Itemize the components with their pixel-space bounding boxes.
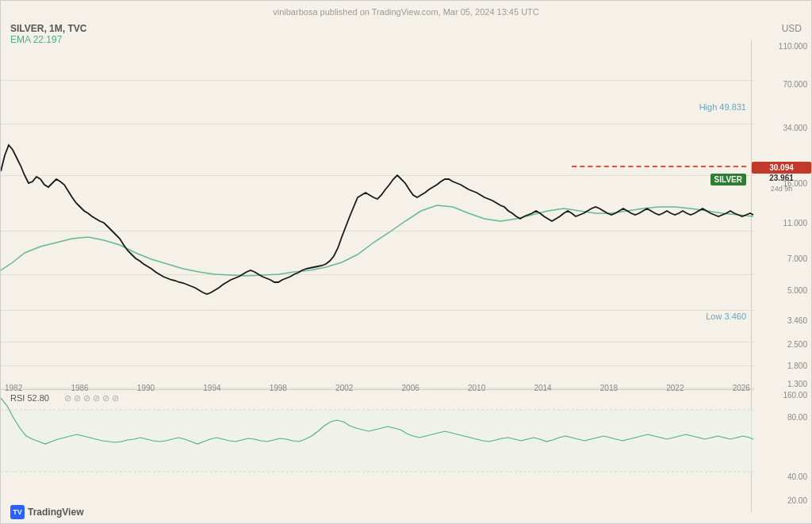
y-label-13: 1.300: [787, 380, 807, 388]
main-chart-area: [1, 40, 754, 397]
chart-container: vinibarbosa published on TradingView.com…: [0, 0, 812, 524]
y-label-25: 2.500: [787, 340, 807, 349]
x-1982: 1982: [5, 384, 22, 392]
x-1986: 1986: [71, 384, 88, 392]
silver-badge: SILVER: [710, 174, 746, 186]
ema-label: EMA 22.197: [10, 34, 86, 45]
svg-rect-0: [1, 410, 754, 472]
y-label-11: 11.000: [783, 219, 807, 228]
y-label-18: 1.800: [787, 361, 807, 370]
x-2014: 2014: [534, 384, 551, 392]
header-info: SILVER, 1M, TVC EMA 22.197: [10, 23, 86, 45]
rsi-label: RSI 52.80: [10, 393, 49, 403]
y-axis-main: 110.000 70.000 34.000 16.000 11.000 7.00…: [752, 40, 811, 397]
low-label: Low 3.460: [706, 312, 746, 321]
tradingview-logo: TV TradingView: [10, 505, 83, 519]
price-line: [1, 145, 753, 294]
x-2026: 2026: [733, 384, 750, 392]
x-2022: 2022: [666, 384, 684, 392]
chart-title: SILVER, 1M, TVC: [10, 23, 86, 34]
red-price-badge: 30.094: [752, 162, 811, 174]
rsi-y-40: 40.00: [787, 472, 807, 481]
x-2010: 2010: [468, 384, 485, 392]
x-2006: 2006: [402, 384, 419, 392]
currency-label: USD: [782, 23, 802, 34]
x-1994: 1994: [203, 384, 220, 392]
main-chart-svg: [1, 40, 754, 397]
x-axis: 1982 1986 1990 1994 1998 2002 2006 2010 …: [1, 382, 754, 394]
rsi-chart-svg: [1, 390, 754, 512]
y-axis-rsi: 160.00 80.00 40.00 20.00: [752, 389, 811, 512]
watermark: vinibarbosa published on TradingView.com…: [1, 7, 811, 17]
y-label-34: 34.000: [783, 124, 807, 132]
y-label-110: 110.000: [779, 42, 807, 51]
high-label: High 49.831: [699, 102, 746, 112]
y-label-5: 5.000: [787, 286, 807, 295]
rsi-y-80: 80.00: [787, 413, 807, 422]
rsi-icons: ⊘ ⊘ ⊘ ⊘ ⊘ ⊘: [64, 393, 119, 404]
x-2002: 2002: [335, 384, 353, 392]
y-label-3460: 3.460: [787, 316, 807, 325]
tradingview-label: TradingView: [28, 507, 83, 518]
rsi-y-160: 160.00: [783, 391, 807, 400]
y-label-70: 70.000: [783, 80, 807, 89]
rsi-chart-area: [1, 389, 754, 512]
rsi-y-20: 20.00: [787, 496, 807, 505]
x-2018: 2018: [600, 384, 618, 392]
x-1998: 1998: [270, 384, 287, 392]
y-label-7: 7.000: [787, 254, 807, 263]
x-1990: 1990: [137, 384, 155, 392]
time-badge: 24d 9h: [752, 185, 811, 193]
ema-line: [1, 205, 753, 276]
tv-icon: TV: [10, 505, 25, 519]
silver-price: 23.961: [752, 174, 811, 182]
